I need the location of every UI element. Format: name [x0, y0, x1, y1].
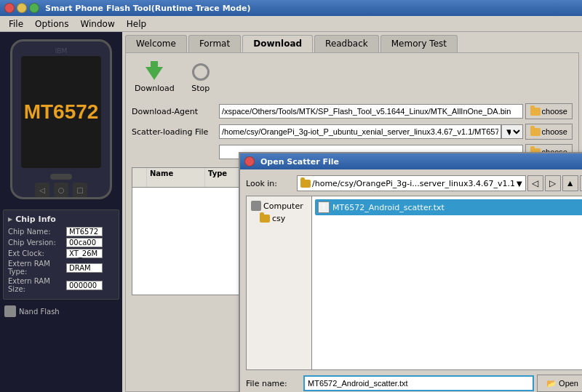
lookin-label: Look in: [246, 179, 297, 188]
title-bar: Smart Phone Flash Tool(Runtime Trace Mod… [0, 0, 582, 16]
scatter-file-input[interactable] [219, 124, 501, 139]
close-btn[interactable] [4, 3, 15, 13]
file-tree: Computer csy [247, 196, 312, 369]
filename-row: File name: 📂 Open [246, 375, 582, 392]
stop-button[interactable]: Stop [189, 62, 212, 93]
dialog-path-bar: /home/csy/OrangePi_3g-i...server_linux3.… [297, 175, 582, 191]
open-button[interactable]: 📂 Open [537, 375, 582, 392]
maximize-btn[interactable] [29, 3, 39, 13]
arrow-head [146, 67, 163, 80]
minimize-btn[interactable] [17, 3, 27, 13]
extern-ram-type-row: Extern RAM Type: DRAM [8, 260, 114, 276]
open-scatter-dialog: Open Scatter File Look in: /home/csy/Ora… [239, 152, 582, 392]
arrow-stem [151, 61, 158, 67]
download-label: Download [135, 84, 175, 93]
toolbar-forward-btn[interactable]: ▷ [545, 175, 561, 191]
phone-image: IBM MT6572 ◁ ○ □ [10, 39, 112, 199]
phone-home-button [50, 174, 72, 180]
chip-name-label: Chip Name: [8, 228, 66, 236]
toolbar-up-btn[interactable]: ▲ [562, 175, 578, 191]
phone-brand: IBM [55, 47, 68, 55]
download-button[interactable]: Download [135, 62, 175, 93]
extern-ram-size-label: Extern RAM Size: [8, 277, 66, 293]
tab-memory-test[interactable]: Memory Test [380, 35, 458, 52]
filename-input[interactable] [303, 375, 534, 391]
stop-label: Stop [191, 84, 210, 93]
chip-version-value: 00ca00 [66, 238, 103, 247]
ext-clock-label: Ext Clock: [8, 249, 66, 257]
chip-name-row: Chip Name: MT6572 [8, 227, 114, 236]
chip-model: MT6572 [24, 100, 99, 124]
menu-bar: File Options Window Help [0, 16, 582, 32]
dialog-close-button[interactable] [244, 156, 255, 167]
dialog-title: Open Scatter File [260, 157, 339, 167]
download-agent-choose-btn[interactable]: choose [525, 103, 573, 119]
computer-icon [251, 201, 261, 211]
tab-welcome[interactable]: Welcome [125, 35, 187, 52]
dialog-footer: File name: 📂 Open Files of type: Map Fil… [246, 375, 582, 392]
extern-ram-type-value: DRAM [66, 263, 103, 273]
chip-info-panel: Chip Info Chip Name: MT6572 Chip Version… [3, 209, 119, 300]
extern-ram-size-value: 000000 [66, 281, 103, 290]
choose-label-2: choose [542, 127, 567, 136]
menu-options[interactable]: Options [29, 17, 74, 31]
action-buttons: Download Stop [132, 59, 573, 96]
scatter-dropdown[interactable]: ▼ [501, 124, 523, 139]
nand-flash-label: Nand Flash [19, 308, 60, 316]
phone-screen: MT6572 [21, 56, 101, 168]
phone-menu-btn: □ [73, 183, 87, 197]
file-list: T MT6572_Android_scatter.txt [312, 196, 582, 369]
lookin-value: /home/csy/OrangePi_3g-i...server_linux3.… [312, 179, 515, 188]
menu-file[interactable]: File [3, 17, 29, 31]
download-arrow-icon [143, 62, 166, 82]
main-layout: IBM MT6572 ◁ ○ □ Chip Info Chip Name: MT… [0, 32, 582, 392]
tab-format[interactable]: Format [188, 35, 241, 52]
ext-clock-row: Ext Clock: XT_26M [8, 249, 114, 258]
col-type: Type [205, 168, 242, 187]
chip-version-label: Chip Version: [8, 239, 66, 247]
tab-bar: Welcome Format Download Readback Memory … [122, 32, 582, 52]
scatter-choose-btn[interactable]: choose [525, 124, 573, 140]
filename-label: File name: [246, 379, 300, 388]
file-browser: Computer csy T MT6572_Android_scatter.tx… [246, 196, 582, 370]
tree-item-computer-label: Computer [263, 201, 303, 211]
download-agent-input[interactable] [219, 104, 523, 119]
dialog-toolbar: ◁ ▷ ▲ 📁 ☰ ⊞ [527, 175, 582, 191]
col-check [132, 168, 147, 187]
path-folder-icon [300, 180, 311, 188]
tree-item-csy[interactable]: csy [250, 212, 308, 225]
download-agent-label: Download-Agent [132, 107, 219, 116]
folder-icon-1 [530, 108, 541, 116]
scatter-file-icon: T [318, 201, 330, 213]
menu-window[interactable]: Window [74, 17, 120, 31]
scatter-file-row: Scatter-loading File ▼ choose [132, 124, 573, 140]
chip-name-value: MT6572 [66, 227, 103, 236]
tree-item-csy-label: csy [272, 214, 285, 223]
phone-back-btn: ◁ [35, 183, 49, 197]
tree-item-computer[interactable]: Computer [250, 199, 308, 212]
tab-download[interactable]: Download [242, 35, 313, 52]
chip-version-row: Chip Version: 00ca00 [8, 238, 114, 247]
folder-icon-2 [530, 128, 541, 136]
file-item-scatter[interactable]: T MT6572_Android_scatter.txt [315, 199, 582, 215]
sidebar: IBM MT6572 ◁ ○ □ Chip Info Chip Name: MT… [0, 32, 122, 392]
col-name: Name [147, 168, 205, 187]
toolbar-back-btn[interactable]: ◁ [527, 175, 543, 191]
lookin-row: Look in: /home/csy/OrangePi_3g-i...serve… [246, 175, 582, 191]
phone-nav-buttons: ◁ ○ □ [35, 183, 87, 197]
dialog-body: Look in: /home/csy/OrangePi_3g-i...serve… [240, 169, 582, 392]
tab-readback[interactable]: Readback [314, 35, 379, 52]
download-agent-row: Download-Agent choose [132, 103, 573, 119]
menu-help[interactable]: Help [121, 17, 152, 31]
extern-ram-size-row: Extern RAM Size: 000000 [8, 277, 114, 293]
extern-ram-type-label: Extern RAM Type: [8, 260, 66, 276]
nand-icon [4, 305, 16, 317]
open-label: Open [559, 379, 578, 388]
stop-icon [189, 62, 212, 82]
window-title: Smart Phone Flash Tool(Runtime Trace Mod… [45, 4, 251, 13]
ext-clock-value: XT_26M [66, 249, 103, 258]
window-controls[interactable] [4, 3, 39, 13]
choose-label-1: choose [542, 107, 567, 116]
lookin-dropdown-arrow[interactable]: ▼ [517, 180, 522, 188]
stop-circle [192, 63, 210, 81]
